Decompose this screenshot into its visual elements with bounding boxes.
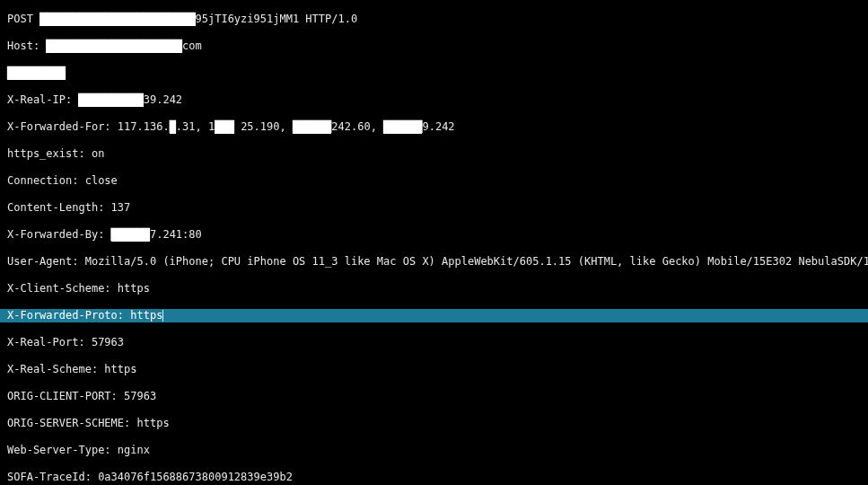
redacted-span: ████████████████████████: [39, 13, 195, 26]
http-header-line[interactable]: X-Real-Scheme: https: [0, 363, 868, 376]
redacted-span: ██████: [293, 120, 331, 134]
http-header-line[interactable]: Connection: close: [0, 174, 868, 188]
http-header-line[interactable]: Content-Length: 137: [0, 201, 868, 215]
http-header-line[interactable]: ORIG-SERVER-SCHEME: https: [0, 417, 868, 430]
http-header-line[interactable]: POST ████████████████████████95jTI6yzi95…: [0, 13, 868, 26]
redacted-span: ██████████: [78, 93, 143, 107]
redacted-span: ██████: [383, 120, 422, 134]
text-cursor: [162, 310, 163, 322]
http-header-line[interactable]: Host: █████████████████████com: [0, 40, 868, 53]
http-header-line[interactable]: https_exist: on: [0, 147, 868, 161]
redacted-span: █████████: [7, 66, 66, 80]
http-header-line-selected[interactable]: X-Forwarded-Proto: https: [0, 309, 868, 322]
terminal-output[interactable]: POST ████████████████████████95jTI6yzi95…: [0, 11, 868, 485]
http-header-line[interactable]: X-Forwarded-For: 117.136.█.31, 1███ 25.1…: [0, 120, 868, 134]
http-header-line[interactable]: X-Real-Port: 57963: [0, 336, 868, 349]
http-header-line[interactable]: Web-Server-Type: nginx: [0, 444, 868, 457]
http-header-line[interactable]: X-Client-Scheme: https: [0, 282, 868, 295]
redacted-span: █████████████████████: [46, 40, 182, 53]
http-header-line[interactable]: X-Real-IP: ██████████39.242: [0, 93, 868, 107]
redacted-span: ███: [215, 120, 234, 134]
http-header-line[interactable]: ORIG-CLIENT-PORT: 57963: [0, 390, 868, 403]
http-header-line[interactable]: X-Forwarded-By: ██████7.241:80: [0, 228, 868, 242]
redacted-span: █: [170, 120, 176, 134]
http-header-line[interactable]: SOFA-TraceId: 0a34076f15688673800912839e…: [0, 471, 868, 484]
redacted-span: ██████: [111, 228, 150, 242]
http-header-line[interactable]: User-Agent: Mozilla/5.0 (iPhone; CPU iPh…: [0, 255, 868, 269]
http-header-line[interactable]: █████████: [0, 66, 868, 80]
